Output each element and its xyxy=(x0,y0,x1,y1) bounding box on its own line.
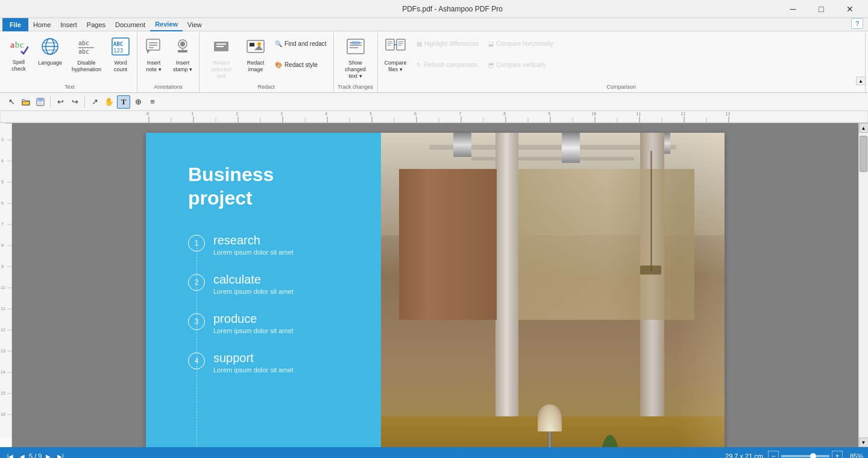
highlight-differences-button[interactable]: ▦ Highlight differences xyxy=(412,37,483,51)
first-page-button[interactable]: |◀ xyxy=(5,451,16,458)
page-dimensions: 29.7 x 21 cm xyxy=(725,453,763,458)
compare-horizontally-button[interactable]: ⬓ Compare horizontally xyxy=(484,37,558,51)
svg-text:123: 123 xyxy=(113,48,123,54)
scroll-down-button[interactable]: ▼ xyxy=(859,437,869,447)
page-right-section xyxy=(381,133,725,447)
svg-text:11: 11 xyxy=(636,112,641,116)
redact-image-button[interactable]: Redactimage xyxy=(242,34,269,76)
insert-note-button[interactable]: Insertnote ▾ xyxy=(140,34,168,76)
menu-item-view[interactable]: View xyxy=(183,18,207,31)
scrollbar-thumb[interactable] xyxy=(860,136,867,172)
find-and-redact-label: Find and redact xyxy=(285,40,327,47)
menu-item-insert[interactable]: Insert xyxy=(55,18,82,31)
highlight-differences-icon: ▦ xyxy=(417,40,422,47)
minimize-button[interactable]: ─ xyxy=(779,0,807,18)
comparison-small-buttons: ▦ Highlight differences ↻ Refresh compar… xyxy=(412,34,483,75)
svg-rect-39 xyxy=(397,39,405,50)
document-page: Businessproject 1 research Lorem ipsum d… xyxy=(146,133,725,447)
next-page-button[interactable]: ▶ xyxy=(43,451,54,458)
maximize-button[interactable]: □ xyxy=(808,0,835,18)
redact-selected-text-icon xyxy=(212,37,231,59)
svg-text:4: 4 xyxy=(1,159,4,163)
menu-item-document[interactable]: Document xyxy=(110,18,150,31)
open-file-button[interactable] xyxy=(19,95,33,109)
undo-button[interactable]: ↩ xyxy=(54,95,67,109)
redact-selected-text-label: Redactselected text xyxy=(206,60,236,79)
menu-item-file[interactable]: File xyxy=(2,18,28,31)
document-area: 3 4 5 6 7 8 9 10 11 12 13 14 15 xyxy=(0,123,868,447)
compare-horizontally-label: Compare horizontally xyxy=(496,40,553,47)
ribbon-collapse-button[interactable]: ▲ xyxy=(856,77,866,85)
svg-text:5: 5 xyxy=(370,112,372,116)
window-controls: ─ □ ✕ xyxy=(779,0,863,18)
menu-item-pages[interactable]: Pages xyxy=(82,18,110,31)
language-button[interactable]: Language xyxy=(34,34,66,70)
list-item: 1 research Lorem ipsum dolor sit amet xyxy=(188,234,363,256)
insert-stamp-button[interactable]: Insertstamp ▾ xyxy=(169,34,197,76)
zoom-in-button[interactable]: + xyxy=(832,451,843,458)
ribbon: a b c Spellcheck xyxy=(0,31,868,93)
item-text-4: support Lorem ipsum dolor sit amet xyxy=(213,351,294,374)
ribbon-annotations-buttons: Insertnote ▾ Insertstamp ▾ xyxy=(140,34,197,82)
svg-rect-47 xyxy=(39,102,42,105)
vertical-scrollbar[interactable]: ▲ ▼ xyxy=(858,123,868,447)
item-heading-3: produce xyxy=(213,312,294,326)
vertical-ruler: 3 4 5 6 7 8 9 10 11 12 13 14 15 xyxy=(0,123,12,447)
more-tools-button[interactable]: ≡ xyxy=(146,95,159,109)
save-file-button[interactable] xyxy=(34,95,47,109)
svg-text:a: a xyxy=(10,40,14,49)
show-changed-text-button[interactable]: Showchanged text ▾ xyxy=(336,34,375,82)
svg-text:8: 8 xyxy=(503,112,506,116)
disable-hyphenation-button[interactable]: abc abc Disablehyphenation xyxy=(68,34,105,76)
title-bar: PDFs.pdf - Ashampoo PDF Pro ─ □ ✕ xyxy=(0,0,868,18)
redact-style-button[interactable]: 🎨 Redact style xyxy=(271,58,331,72)
prev-page-button[interactable]: ◀ xyxy=(17,451,28,458)
redo-button[interactable]: ↪ xyxy=(68,95,81,109)
last-page-button[interactable]: ▶| xyxy=(55,451,66,458)
zoom-in-tool-button[interactable]: ⊕ xyxy=(131,95,145,109)
text-select-tool-button[interactable]: T xyxy=(117,95,130,109)
scroll-up-button[interactable]: ▲ xyxy=(859,123,869,133)
svg-rect-46 xyxy=(38,98,43,101)
ribbon-text-buttons: a b c Spellcheck xyxy=(5,34,134,82)
zoom-slider-thumb[interactable] xyxy=(810,453,816,458)
find-and-redact-button[interactable]: 🔍 Find and redact xyxy=(271,37,331,51)
scrollbar-track[interactable] xyxy=(859,133,868,437)
document-scroll[interactable]: Businessproject 1 research Lorem ipsum d… xyxy=(12,123,858,447)
svg-text:13: 13 xyxy=(725,112,730,116)
close-button[interactable]: ✕ xyxy=(836,0,863,18)
item-sub-3: Lorem ipsum dolor sit amet xyxy=(213,327,294,334)
pointer-tool-button[interactable]: ↗ xyxy=(88,95,101,109)
compare-vertically-button[interactable]: ⬒ Compare vertically xyxy=(484,58,558,72)
word-count-button[interactable]: ABC 123 Wordcount xyxy=(107,34,134,76)
redact-selected-text-button[interactable]: Redactselected text xyxy=(202,34,241,82)
menu-bar: File Home Insert Pages Document Review V… xyxy=(0,18,868,31)
zoom-controls: − + 85% xyxy=(768,451,863,458)
svg-text:2: 2 xyxy=(236,112,238,116)
ribbon-group-redact: Redactselected text Redactimage 🔍 xyxy=(200,33,334,92)
svg-text:15: 15 xyxy=(1,391,5,395)
zoom-slider[interactable] xyxy=(781,455,829,457)
svg-text:7: 7 xyxy=(1,222,4,226)
spell-check-button[interactable]: a b c Spellcheck xyxy=(5,34,33,75)
svg-rect-30 xyxy=(347,39,364,54)
help-button[interactable]: ? xyxy=(851,18,863,29)
page-items: 1 research Lorem ipsum dolor sit amet 2 … xyxy=(188,234,363,374)
ribbon-group-comparison-label: Comparison xyxy=(380,82,863,91)
svg-point-20 xyxy=(180,42,185,46)
svg-rect-27 xyxy=(250,43,254,46)
toolbar: ↖ ↩ ↪ ↗ ✋ T ⊕ ≡ xyxy=(0,93,868,111)
select-tool-button[interactable]: ↖ xyxy=(5,95,18,109)
compare-files-button[interactable]: Comparefiles ▾ xyxy=(380,34,411,76)
language-label: Language xyxy=(38,60,62,66)
zoom-out-button[interactable]: − xyxy=(768,451,779,458)
language-icon xyxy=(40,37,60,59)
svg-rect-14 xyxy=(146,39,160,50)
hand-tool-button[interactable]: ✋ xyxy=(102,95,116,109)
menu-item-home[interactable]: Home xyxy=(28,18,55,31)
compare-vertically-icon: ⬒ xyxy=(488,62,494,68)
menu-item-review[interactable]: Review xyxy=(150,18,183,31)
ribbon-track-buttons: Showchanged text ▾ xyxy=(336,34,375,82)
svg-text:12: 12 xyxy=(1,328,5,332)
refresh-comparison-button[interactable]: ↻ Refresh comparison xyxy=(412,58,483,72)
